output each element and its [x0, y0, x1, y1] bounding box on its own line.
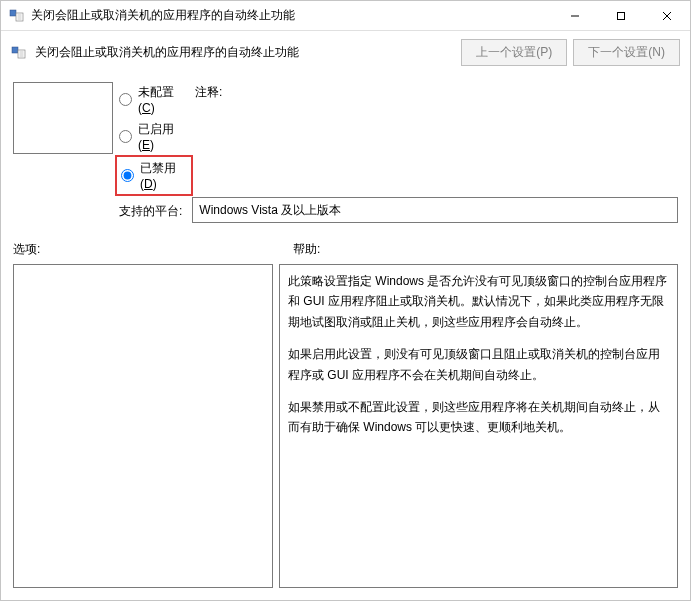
window-title: 关闭会阻止或取消关机的应用程序的自动终止功能	[31, 7, 552, 24]
radio-disabled-input[interactable]	[121, 169, 134, 182]
options-label: 选项:	[13, 241, 293, 258]
radio-enabled-input[interactable]	[119, 130, 132, 143]
platform-row: 支持的平台: Windows Vista 及以上版本	[119, 197, 678, 223]
policy-title: 关闭会阻止或取消关机的应用程序的自动终止功能	[35, 44, 453, 61]
close-button[interactable]	[644, 1, 690, 31]
radio-disabled-label: 已禁用(D)	[140, 160, 187, 191]
titlebar: 关闭会阻止或取消关机的应用程序的自动终止功能	[1, 1, 690, 31]
section-labels: 选项: 帮助:	[1, 227, 690, 264]
help-label: 帮助:	[293, 241, 320, 258]
minimize-button[interactable]	[552, 1, 598, 31]
svg-rect-0	[10, 10, 16, 16]
platform-value: Windows Vista 及以上版本	[199, 202, 341, 219]
next-setting-button[interactable]: 下一个设置(N)	[573, 39, 680, 66]
comment-label: 注释:	[195, 82, 678, 101]
app-icon	[9, 8, 25, 24]
prev-setting-button[interactable]: 上一个设置(P)	[461, 39, 567, 66]
svg-rect-9	[12, 47, 18, 53]
help-p2: 如果启用此设置，则没有可见顶级窗口且阻止或取消关机的控制台应用程序或 GUI 应…	[288, 344, 669, 385]
radio-enabled-label: 已启用(E)	[138, 121, 189, 152]
policy-icon	[11, 45, 27, 61]
settings-grid: 未配置(C) 注释: 已启用(E) 已禁用(D) 支持的平台: Windows …	[1, 74, 690, 227]
radio-disabled-wrap: 已禁用(D)	[119, 156, 189, 195]
policy-editor-window: 关闭会阻止或取消关机的应用程序的自动终止功能 关闭会阻止或取消关机的应用程序的自…	[0, 0, 691, 601]
radio-not-configured[interactable]: 未配置(C)	[119, 82, 189, 117]
platform-label: 支持的平台:	[119, 201, 182, 220]
panels: 此策略设置指定 Windows 是否允许没有可见顶级窗口的控制台应用程序和 GU…	[1, 264, 690, 600]
window-controls	[552, 1, 690, 31]
maximize-button[interactable]	[598, 1, 644, 31]
help-p1: 此策略设置指定 Windows 是否允许没有可见顶级窗口的控制台应用程序和 GU…	[288, 271, 669, 332]
radio-enabled[interactable]: 已启用(E)	[119, 119, 189, 154]
comment-input[interactable]	[13, 82, 113, 154]
radio-not-configured-label: 未配置(C)	[138, 84, 189, 115]
options-panel[interactable]	[13, 264, 273, 588]
nav-buttons: 上一个设置(P) 下一个设置(N)	[461, 39, 680, 66]
subheader: 关闭会阻止或取消关机的应用程序的自动终止功能 上一个设置(P) 下一个设置(N)	[1, 31, 690, 74]
highlight-box: 已禁用(D)	[115, 155, 193, 196]
help-panel[interactable]: 此策略设置指定 Windows 是否允许没有可见顶级窗口的控制台应用程序和 GU…	[279, 264, 678, 588]
svg-rect-6	[618, 12, 625, 19]
radio-not-configured-input[interactable]	[119, 93, 132, 106]
radio-disabled[interactable]: 已禁用(D)	[121, 158, 187, 193]
help-p3: 如果禁用或不配置此设置，则这些应用程序将在关机期间自动终止，从而有助于确保 Wi…	[288, 397, 669, 438]
platform-value-box: Windows Vista 及以上版本	[192, 197, 678, 223]
